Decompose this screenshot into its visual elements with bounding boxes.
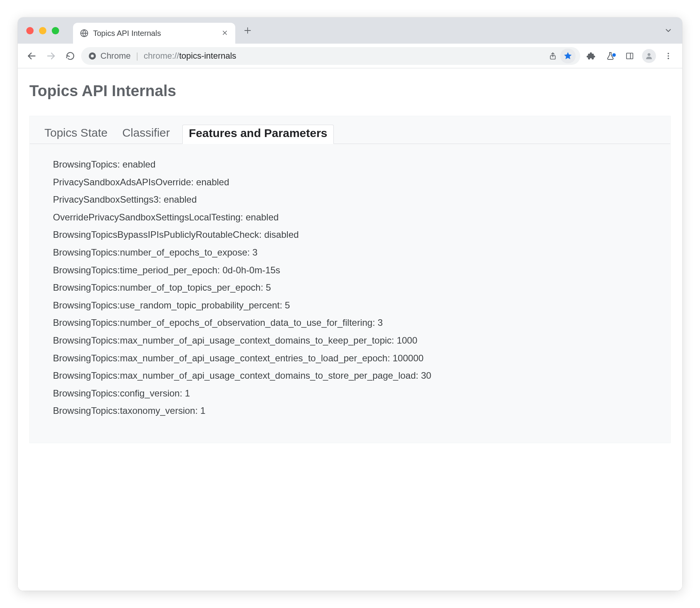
feature-row: BrowsingTopics: enabled xyxy=(53,156,647,173)
tab-classifier[interactable]: Classifier xyxy=(120,125,172,144)
feature-key: BrowsingTopics:config_version xyxy=(53,388,180,398)
forward-button[interactable] xyxy=(42,47,59,64)
feature-row: BrowsingTopics:max_number_of_api_usage_c… xyxy=(53,332,647,349)
feature-value: 3 xyxy=(252,247,257,257)
minimize-window-button[interactable] xyxy=(39,27,46,34)
feature-row: BrowsingTopics:number_of_epochs_to_expos… xyxy=(53,244,647,261)
feature-key: BrowsingTopics:taxonomy_version xyxy=(53,405,195,416)
tab-topics-state[interactable]: Topics State xyxy=(42,125,110,144)
page-content: Topics API Internals Topics State Classi… xyxy=(18,68,682,591)
feature-row: BrowsingTopics:use_random_topic_probabil… xyxy=(53,296,647,314)
feature-value: enabled xyxy=(196,177,229,187)
feature-row: BrowsingTopics:max_number_of_api_usage_c… xyxy=(53,367,647,384)
feature-key: BrowsingTopics:max_number_of_api_usage_c… xyxy=(53,370,416,381)
url-path: topics-internals xyxy=(179,51,236,61)
tab-features-parameters[interactable]: Features and Parameters xyxy=(182,125,334,144)
feature-list: BrowsingTopics: enabledPrivacySandboxAds… xyxy=(30,144,670,420)
internals-panel: Topics State Classifier Features and Par… xyxy=(29,116,671,443)
tab-title: Topics API Internals xyxy=(93,29,217,38)
feature-value: 1 xyxy=(200,405,206,416)
address-bar[interactable]: Chrome | chrome://topics-internals xyxy=(81,47,580,65)
url-scheme-label: Chrome xyxy=(100,51,131,61)
feature-row: OverridePrivacySandboxSettingsLocalTesti… xyxy=(53,208,647,226)
side-panel-button[interactable] xyxy=(621,47,638,64)
feature-row: PrivacySandboxSettings3: enabled xyxy=(53,191,647,208)
svg-point-8 xyxy=(647,53,650,56)
feature-value: 30 xyxy=(421,370,432,381)
feature-key: BrowsingTopics:number_of_top_topics_per_… xyxy=(53,282,261,293)
feature-key: BrowsingTopics:max_number_of_api_usage_c… xyxy=(53,353,387,363)
feature-value: 1 xyxy=(185,388,190,398)
feature-key: BrowsingTopics:number_of_epochs_to_expos… xyxy=(53,247,247,257)
page-title: Topics API Internals xyxy=(29,82,671,100)
url-prefix: chrome:// xyxy=(144,51,179,61)
feature-value: enabled xyxy=(164,194,197,205)
svg-point-4 xyxy=(91,54,94,58)
window-controls xyxy=(26,27,59,34)
new-tab-button[interactable] xyxy=(239,22,256,39)
feature-row: PrivacySandboxAdsAPIsOverride: enabled xyxy=(53,173,647,191)
feature-key: OverridePrivacySandboxSettingsLocalTesti… xyxy=(53,212,241,222)
share-icon[interactable] xyxy=(549,52,557,60)
feature-value: 1000 xyxy=(397,335,417,345)
feature-key: BrowsingTopics:max_number_of_api_usage_c… xyxy=(53,335,392,345)
feature-value: 5 xyxy=(266,282,271,293)
feature-key: BrowsingTopics:time_period_per_epoch xyxy=(53,265,217,275)
browser-window: Topics API Internals Chrome | xyxy=(18,17,682,591)
tab-strip: Topics API Internals xyxy=(18,17,682,44)
close-tab-button[interactable] xyxy=(221,29,229,37)
feature-key: BrowsingTopics xyxy=(53,159,117,169)
labs-button[interactable] xyxy=(602,47,619,64)
close-window-button[interactable] xyxy=(26,27,34,34)
feature-row: BrowsingTopicsBypassIPIsPubliclyRoutable… xyxy=(53,226,647,244)
feature-value: disabled xyxy=(264,229,299,240)
toolbar: Chrome | chrome://topics-internals xyxy=(18,44,682,68)
feature-key: BrowsingTopics:number_of_epochs_of_obser… xyxy=(53,317,372,328)
svg-rect-6 xyxy=(627,53,633,59)
globe-icon xyxy=(80,29,88,37)
internals-tabs: Topics State Classifier Features and Par… xyxy=(30,116,670,144)
svg-point-9 xyxy=(668,53,669,54)
url-separator: | xyxy=(134,51,140,61)
feature-value: 0d-0h-0m-15s xyxy=(223,265,280,275)
feature-value: 100000 xyxy=(392,353,423,363)
svg-point-10 xyxy=(668,55,669,57)
back-button[interactable] xyxy=(23,47,40,64)
feature-row: BrowsingTopics:time_period_per_epoch: 0d… xyxy=(53,261,647,279)
extensions-button[interactable] xyxy=(583,47,600,64)
url-text: chrome://topics-internals xyxy=(144,51,236,61)
maximize-window-button[interactable] xyxy=(52,27,59,34)
bookmark-button[interactable] xyxy=(560,49,576,63)
feature-key: BrowsingTopicsBypassIPIsPubliclyRoutable… xyxy=(53,229,259,240)
feature-row: BrowsingTopics:number_of_epochs_of_obser… xyxy=(53,314,647,332)
svg-point-11 xyxy=(668,58,669,59)
feature-key: PrivacySandboxAdsAPIsOverride xyxy=(53,177,191,187)
feature-key: BrowsingTopics:use_random_topic_probabil… xyxy=(53,300,280,310)
feature-value: enabled xyxy=(122,159,155,169)
avatar xyxy=(642,49,656,63)
feature-row: BrowsingTopics:taxonomy_version: 1 xyxy=(53,402,647,420)
chrome-icon xyxy=(88,52,97,60)
feature-row: BrowsingTopics:number_of_top_topics_per_… xyxy=(53,279,647,296)
feature-key: PrivacySandboxSettings3 xyxy=(53,194,159,205)
feature-value: enabled xyxy=(246,212,279,222)
feature-row: BrowsingTopics:config_version: 1 xyxy=(53,384,647,402)
profile-button[interactable] xyxy=(641,47,658,64)
reload-button[interactable] xyxy=(62,47,79,64)
feature-value: 3 xyxy=(378,317,383,328)
feature-value: 5 xyxy=(285,300,290,310)
feature-row: BrowsingTopics:max_number_of_api_usage_c… xyxy=(53,349,647,367)
menu-button[interactable] xyxy=(660,47,677,64)
tab-search-button[interactable] xyxy=(660,22,677,39)
browser-tab[interactable]: Topics API Internals xyxy=(73,23,235,44)
